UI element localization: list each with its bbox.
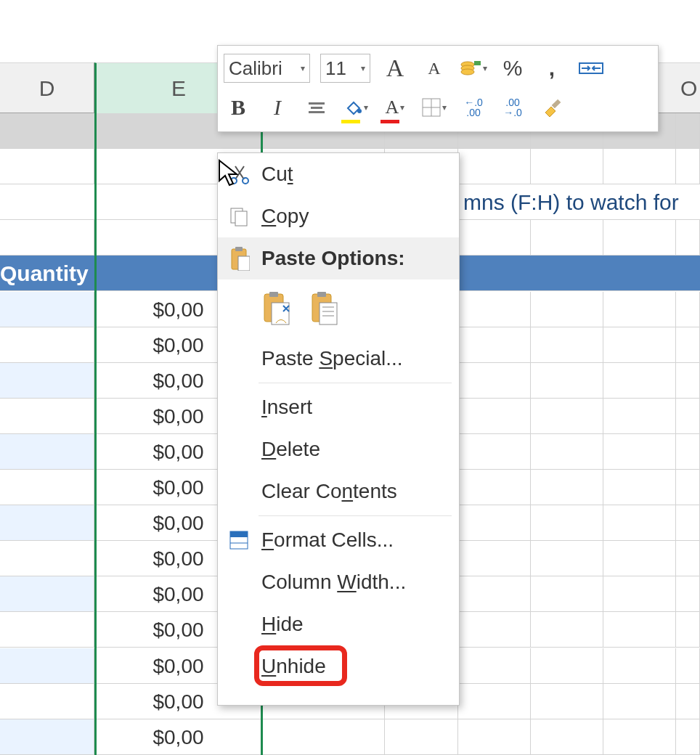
cell[interactable]: [603, 256, 676, 291]
cell[interactable]: [603, 541, 676, 576]
cell[interactable]: [458, 505, 531, 541]
cell[interactable]: [531, 327, 603, 363]
cell[interactable]: [676, 470, 700, 505]
cell[interactable]: [0, 505, 94, 541]
borders-button[interactable]: [420, 93, 449, 122]
cell[interactable]: [676, 149, 700, 184]
menu-insert[interactable]: Insert: [218, 386, 459, 428]
cell[interactable]: [676, 719, 700, 755]
menu-clear-contents[interactable]: Clear Contents: [218, 470, 459, 513]
cell[interactable]: [263, 719, 385, 755]
cell[interactable]: [603, 505, 676, 541]
cell[interactable]: [531, 505, 603, 541]
italic-button[interactable]: I: [263, 93, 292, 122]
menu-format-cells[interactable]: Format Cells...: [218, 519, 459, 561]
cell[interactable]: [603, 292, 676, 327]
cell[interactable]: [0, 719, 94, 755]
cell[interactable]: [0, 149, 94, 184]
decrease-font-size-button[interactable]: A: [420, 54, 449, 83]
cell[interactable]: [676, 612, 700, 648]
cell[interactable]: [531, 541, 603, 576]
cell[interactable]: [531, 434, 603, 470]
cell[interactable]: [0, 576, 94, 612]
bold-button[interactable]: B: [224, 93, 253, 122]
cell[interactable]: [531, 470, 603, 505]
cell[interactable]: [458, 220, 531, 256]
cell[interactable]: [458, 292, 531, 327]
cell[interactable]: [0, 113, 94, 149]
menu-copy[interactable]: Copy: [218, 195, 459, 237]
cell[interactable]: $0,00: [94, 719, 263, 755]
cell[interactable]: [458, 576, 531, 612]
cell[interactable]: [531, 612, 603, 648]
cell[interactable]: [603, 149, 676, 184]
cell[interactable]: [676, 220, 700, 256]
increase-font-size-button[interactable]: A: [380, 54, 410, 83]
cell[interactable]: [676, 434, 700, 470]
cell[interactable]: [603, 719, 676, 755]
menu-hide[interactable]: Hide: [218, 603, 459, 645]
accounting-format-button[interactable]: [459, 54, 488, 83]
format-painter-button[interactable]: [537, 93, 566, 122]
fill-color-button[interactable]: [341, 93, 370, 122]
font-name-dropdown[interactable]: Calibri▾: [224, 54, 310, 83]
cell[interactable]: [531, 220, 603, 256]
cell[interactable]: [676, 363, 700, 399]
cell[interactable]: [458, 612, 531, 648]
cell[interactable]: [458, 648, 531, 684]
increase-decimal-button[interactable]: ←.0 .00: [459, 93, 488, 122]
cell[interactable]: [676, 505, 700, 541]
cell[interactable]: [676, 541, 700, 576]
cell[interactable]: [458, 327, 531, 363]
cell[interactable]: [0, 684, 94, 719]
cell[interactable]: [531, 648, 603, 684]
cell[interactable]: [0, 363, 94, 399]
cell[interactable]: [0, 220, 94, 256]
cell[interactable]: [676, 327, 700, 363]
cell[interactable]: [531, 149, 603, 184]
cell[interactable]: [458, 684, 531, 719]
cell[interactable]: [603, 648, 676, 684]
cell[interactable]: [676, 113, 700, 149]
paste-option-values[interactable]: [309, 291, 340, 326]
column-header-O[interactable]: O: [676, 62, 700, 113]
font-size-dropdown[interactable]: 11▾: [320, 54, 370, 83]
column-header-D[interactable]: D: [0, 62, 94, 113]
cell[interactable]: [0, 648, 94, 684]
align-button[interactable]: [302, 93, 331, 122]
paste-option-all[interactable]: [261, 291, 292, 326]
cell[interactable]: [458, 149, 531, 184]
cell[interactable]: [676, 292, 700, 327]
cell[interactable]: [458, 719, 531, 755]
merge-center-button[interactable]: [577, 54, 606, 83]
cell[interactable]: [603, 434, 676, 470]
cell[interactable]: [603, 327, 676, 363]
cell[interactable]: [385, 719, 458, 755]
cell[interactable]: [458, 256, 531, 291]
decrease-decimal-button[interactable]: .00 →.0: [498, 93, 527, 122]
cell[interactable]: [531, 292, 603, 327]
cell[interactable]: [458, 541, 531, 576]
comma-format-button[interactable]: ,: [537, 54, 566, 83]
cell[interactable]: [458, 470, 531, 505]
cell[interactable]: [603, 470, 676, 505]
cell[interactable]: [603, 220, 676, 256]
cell[interactable]: [676, 576, 700, 612]
cell[interactable]: [0, 541, 94, 576]
cell[interactable]: [0, 184, 94, 220]
menu-cut[interactable]: Cut: [218, 153, 459, 195]
cell[interactable]: [458, 434, 531, 470]
cell[interactable]: [0, 434, 94, 470]
menu-paste-special[interactable]: Paste Special...: [218, 338, 459, 380]
cell[interactable]: [0, 612, 94, 648]
cell[interactable]: [603, 576, 676, 612]
cell[interactable]: [0, 399, 94, 434]
cell[interactable]: [531, 684, 603, 719]
cell[interactable]: [531, 399, 603, 434]
percent-format-button[interactable]: %: [498, 54, 527, 83]
header-quantity[interactable]: Quantity: [0, 256, 94, 291]
cell[interactable]: [458, 363, 531, 399]
cell[interactable]: [676, 648, 700, 684]
menu-delete[interactable]: Delete: [218, 428, 459, 470]
menu-column-width[interactable]: Column Width...: [218, 561, 459, 603]
